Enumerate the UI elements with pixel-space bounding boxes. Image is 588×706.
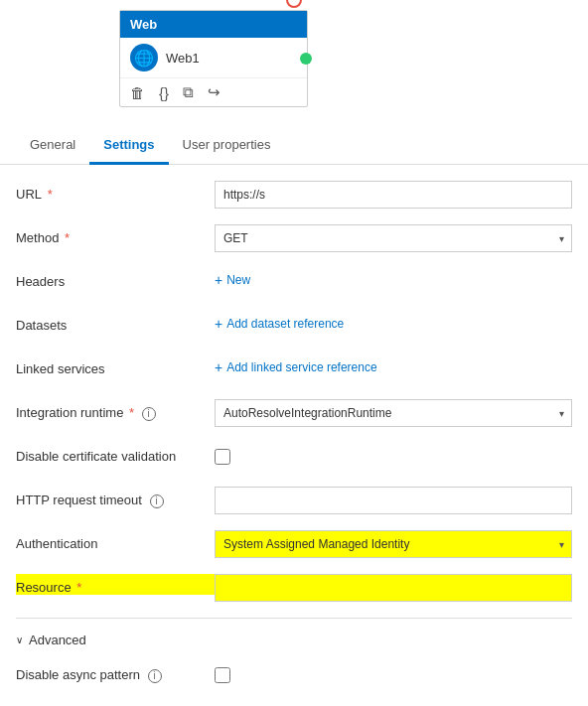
code-icon[interactable]: {} <box>159 84 169 101</box>
integration-runtime-info-icon[interactable]: i <box>142 407 156 421</box>
advanced-chevron-icon: ∨ <box>16 635 23 645</box>
headers-plus-icon: + <box>215 272 222 288</box>
node-body: 🌐 Web1 <box>120 38 307 78</box>
resource-label: Resource * <box>16 574 215 595</box>
linked-services-label: Linked services <box>16 355 215 376</box>
tab-general[interactable]: General <box>16 127 89 165</box>
resource-input[interactable] <box>215 574 572 602</box>
disable-async-checkbox[interactable] <box>215 667 230 683</box>
web-node-card: Web 🌐 Web1 🗑 {} ⧉ ↪ <box>119 10 308 107</box>
http-timeout-control <box>215 487 572 514</box>
method-select-wrapper: GET POST PUT DELETE PATCH ▾ <box>215 224 572 252</box>
node-area: Web 🌐 Web1 🗑 {} ⧉ ↪ <box>0 0 588 117</box>
linked-services-add-button[interactable]: + Add linked service reference <box>215 355 572 375</box>
advanced-header[interactable]: ∨ Advanced <box>16 627 572 653</box>
disable-cert-control <box>215 443 572 468</box>
node-status-dot <box>300 53 312 65</box>
navigate-icon[interactable]: ↪ <box>208 83 220 101</box>
linked-services-control: + Add linked service reference <box>215 355 572 375</box>
node-header: Web <box>120 11 307 38</box>
authentication-select-wrapper: System Assigned Managed Identity None Ba… <box>215 530 572 558</box>
method-row: Method * GET POST PUT DELETE PATCH ▾ <box>16 224 572 254</box>
headers-control: + New <box>215 268 572 288</box>
disable-async-info-icon[interactable]: i <box>148 669 162 683</box>
method-label: Method * <box>16 224 215 245</box>
authentication-label: Authentication <box>16 530 215 551</box>
http-timeout-info-icon[interactable]: i <box>150 494 164 508</box>
node-name: Web1 <box>166 51 200 66</box>
linked-services-row: Linked services + Add linked service ref… <box>16 355 572 385</box>
delete-icon[interactable]: 🗑 <box>130 84 145 101</box>
tabs-bar: General Settings User properties <box>0 127 588 165</box>
advanced-content: Disable async pattern i <box>16 653 572 706</box>
authentication-control: System Assigned Managed Identity None Ba… <box>215 530 572 558</box>
integration-runtime-label: Integration runtime * i <box>16 399 215 421</box>
node-error-indicator <box>286 0 302 8</box>
http-timeout-input[interactable] <box>215 487 572 514</box>
integration-runtime-row: Integration runtime * i AutoResolveInteg… <box>16 399 572 429</box>
advanced-label: Advanced <box>29 633 86 647</box>
resource-control <box>215 574 572 602</box>
datasets-label: Datasets <box>16 312 215 333</box>
authentication-row: Authentication System Assigned Managed I… <box>16 530 572 560</box>
datasets-plus-icon: + <box>215 316 222 332</box>
datasets-row: Datasets + Add dataset reference <box>16 312 572 342</box>
url-label: URL * <box>16 181 215 202</box>
datasets-add-button[interactable]: + Add dataset reference <box>215 312 572 332</box>
disable-async-label: Disable async pattern i <box>16 661 215 683</box>
integration-runtime-select-wrapper: AutoResolveIntegrationRuntime ▾ <box>215 399 572 427</box>
integration-runtime-control: AutoResolveIntegrationRuntime ▾ <box>215 399 572 427</box>
disable-async-control <box>215 661 572 686</box>
globe-icon: 🌐 <box>130 44 158 71</box>
disable-cert-label: Disable certificate validation <box>16 443 215 464</box>
copy-icon[interactable]: ⧉ <box>183 83 194 101</box>
method-control: GET POST PUT DELETE PATCH ▾ <box>215 224 572 252</box>
headers-add-button[interactable]: + New <box>215 268 572 288</box>
authentication-select[interactable]: System Assigned Managed Identity None Ba… <box>215 530 572 558</box>
datasets-control: + Add dataset reference <box>215 312 572 332</box>
tab-user-properties[interactable]: User properties <box>169 127 285 165</box>
method-select[interactable]: GET POST PUT DELETE PATCH <box>215 224 572 252</box>
resource-row: Resource * <box>16 574 572 604</box>
http-timeout-row: HTTP request timeout i <box>16 487 572 516</box>
node-toolbar: 🗑 {} ⧉ ↪ <box>120 78 307 106</box>
headers-row: Headers + New <box>16 268 572 298</box>
integration-runtime-select[interactable]: AutoResolveIntegrationRuntime <box>215 399 572 427</box>
http-timeout-label: HTTP request timeout i <box>16 487 215 508</box>
headers-label: Headers <box>16 268 215 289</box>
url-input[interactable] <box>215 181 572 209</box>
url-row: URL * <box>16 181 572 211</box>
tab-settings[interactable]: Settings <box>89 127 168 165</box>
disable-cert-checkbox[interactable] <box>215 449 230 465</box>
advanced-section: ∨ Advanced Disable async pattern i <box>16 618 572 706</box>
url-control <box>215 181 572 209</box>
form-area: URL * Method * GET POST PUT DELETE PATCH… <box>0 165 588 604</box>
disable-cert-row: Disable certificate validation <box>16 443 572 473</box>
disable-async-row: Disable async pattern i <box>16 661 572 691</box>
linked-services-plus-icon: + <box>215 359 222 375</box>
